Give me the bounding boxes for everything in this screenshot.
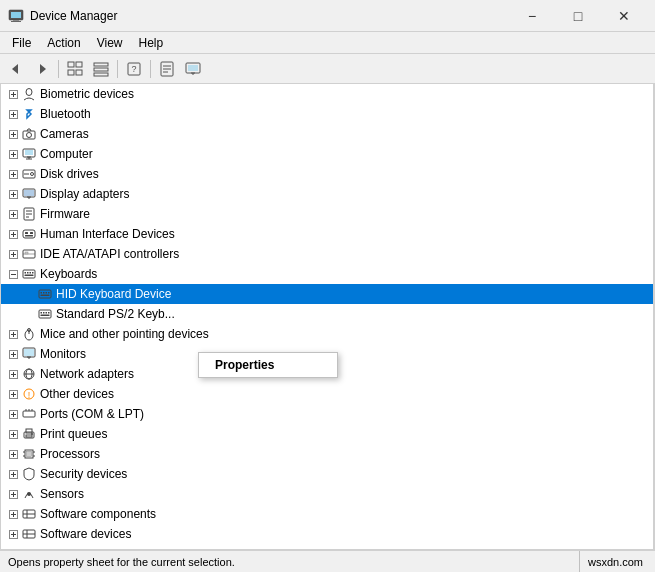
tree-item-keyboards[interactable]: Keyboards [1, 264, 653, 284]
security-icon [21, 466, 37, 482]
expand-icon-display-adapters [5, 186, 21, 202]
firmware-icon [21, 206, 37, 222]
svg-rect-90 [39, 310, 51, 318]
network-label: Network adapters [40, 367, 134, 381]
security-label: Security devices [40, 467, 127, 481]
tree-item-ide[interactable]: IDE ATA/ATAPI controllers [1, 244, 653, 264]
hid-icon [21, 226, 37, 242]
menu-action[interactable]: Action [39, 34, 88, 52]
network-icon [21, 366, 37, 382]
context-menu: Properties [198, 352, 338, 378]
tree-button[interactable] [63, 57, 87, 81]
expand-icon-monitors [5, 346, 21, 362]
tree-item-firmware[interactable]: Firmware [1, 204, 653, 224]
cameras-label: Cameras [40, 127, 89, 141]
svg-rect-8 [68, 70, 74, 75]
tree-item-software-devices[interactable]: Software devices [1, 524, 653, 544]
tree-item-biometric[interactable]: Biometric devices [1, 84, 653, 104]
software-components-icon [21, 506, 37, 522]
tree-item-hid-keyboard[interactable]: HID Keyboard Device [1, 284, 653, 304]
tree-item-print[interactable]: Print queues [1, 424, 653, 444]
svg-point-47 [31, 173, 34, 176]
toolbar: ? [0, 54, 655, 84]
display-adapters-label: Display adapters [40, 187, 129, 201]
expand-icon-mice [5, 326, 21, 342]
svg-rect-39 [25, 150, 33, 155]
context-menu-properties[interactable]: Properties [199, 353, 337, 377]
menu-help[interactable]: Help [131, 34, 172, 52]
tree-item-bluetooth[interactable]: Bluetooth [1, 104, 653, 124]
menu-file[interactable]: File [4, 34, 39, 52]
svg-point-26 [26, 89, 32, 96]
svg-rect-10 [94, 63, 108, 66]
computer-label: Computer [40, 147, 93, 161]
keyboards-label: Keyboards [40, 267, 97, 281]
monitor-button[interactable] [181, 57, 205, 81]
svg-rect-20 [188, 65, 198, 71]
expand-icon-ports [5, 406, 21, 422]
status-text: Opens property sheet for the current sel… [4, 551, 580, 572]
tree-item-ports[interactable]: Ports (COM & LPT) [1, 404, 653, 424]
maximize-button[interactable]: □ [555, 0, 601, 32]
svg-rect-91 [41, 312, 43, 314]
svg-rect-94 [48, 312, 50, 314]
svg-rect-86 [43, 292, 45, 294]
menu-bar: File Action View Help [0, 32, 655, 54]
svg-rect-82 [32, 272, 34, 274]
tree-item-sound[interactable]: Sound, video and game controllers [1, 544, 653, 549]
forward-button[interactable] [30, 57, 54, 81]
tree-item-software-components[interactable]: Software components [1, 504, 653, 524]
tree-item-display-adapters[interactable]: Display adapters [1, 184, 653, 204]
disk-drives-icon [21, 166, 37, 182]
device-tree[interactable]: Biometric devicesBluetoothCamerasCompute… [1, 84, 654, 549]
bluetooth-label: Bluetooth [40, 107, 91, 121]
svg-rect-123 [23, 411, 35, 417]
svg-text:?: ? [131, 64, 136, 74]
status-bar: Opens property sheet for the current sel… [0, 550, 655, 572]
monitors-label: Monitors [40, 347, 86, 361]
mice-label: Mice and other pointing devices [40, 327, 209, 341]
tree-item-other[interactable]: !Other devices [1, 384, 653, 404]
svg-text:!: ! [28, 390, 31, 400]
expand-icon-keyboards[interactable] [5, 266, 21, 282]
back-button[interactable] [4, 57, 28, 81]
close-button[interactable]: ✕ [601, 0, 647, 32]
tree-item-cameras[interactable]: Cameras [1, 124, 653, 144]
biometric-label: Biometric devices [40, 87, 134, 101]
app-icon [8, 8, 24, 24]
props-button[interactable] [155, 57, 179, 81]
computer-icon [21, 146, 37, 162]
svg-rect-89 [41, 295, 50, 297]
toolbar-sep-1 [58, 60, 59, 78]
tree-item-security[interactable]: Security devices [1, 464, 653, 484]
menu-view[interactable]: View [89, 34, 131, 52]
tree-item-hid[interactable]: Human Interface Devices [1, 224, 653, 244]
tree-item-disk-drives[interactable]: Disk drives [1, 164, 653, 184]
expand-icon-disk-drives [5, 166, 21, 182]
tree-item-processors[interactable]: Processors [1, 444, 653, 464]
tree-item-sensors[interactable]: Sensors [1, 484, 653, 504]
minimize-button[interactable]: − [509, 0, 555, 32]
tree-item-computer[interactable]: Computer [1, 144, 653, 164]
svg-rect-92 [43, 312, 45, 314]
hid-label: Human Interface Devices [40, 227, 175, 241]
toolbar-sep-2 [117, 60, 118, 78]
expand-icon-firmware [5, 206, 21, 222]
svg-rect-84 [39, 290, 51, 298]
hid-keyboard-label: HID Keyboard Device [56, 287, 171, 301]
expand-icon-bluetooth [5, 106, 21, 122]
list-button[interactable] [89, 57, 113, 81]
svg-rect-9 [76, 70, 82, 75]
tree-item-mice[interactable]: Mice and other pointing devices [1, 324, 653, 344]
main-area: Biometric devicesBluetoothCamerasCompute… [0, 84, 655, 550]
expand-icon-hid [5, 226, 21, 242]
svg-point-133 [31, 433, 33, 435]
svg-rect-80 [27, 272, 29, 274]
svg-rect-88 [48, 292, 50, 294]
help-button[interactable]: ? [122, 57, 146, 81]
tree-item-standard-ps2[interactable]: Standard PS/2 Keyb... [1, 304, 653, 324]
sensors-icon [21, 486, 37, 502]
svg-rect-95 [41, 315, 50, 317]
processors-icon [21, 446, 37, 462]
svg-rect-1 [11, 12, 21, 18]
